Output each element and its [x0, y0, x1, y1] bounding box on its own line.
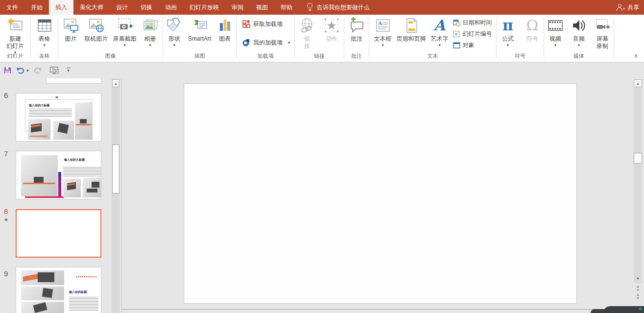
text-box-caret: ▾ [382, 43, 384, 48]
quote-mark: ❛❛ [55, 96, 57, 100]
photo-album-label: 相册 [144, 35, 156, 43]
table-label: 表格 [39, 35, 50, 43]
start-from-beginning-button[interactable] [49, 66, 59, 74]
table-button[interactable]: 表格 ▾ [34, 15, 55, 48]
my-addins-button[interactable]: 我的加载项 ▾ [240, 37, 294, 48]
customize-qat-button[interactable]: ▾ [67, 68, 71, 73]
group-title-links: 链接 [295, 52, 344, 60]
new-slide-button[interactable]: 新建 幻灯片 ▾ [4, 15, 26, 55]
my-addins-icon [242, 38, 251, 47]
comment-label: 批注 [351, 35, 362, 43]
save-button[interactable] [3, 66, 12, 74]
tab-review[interactable]: 审阅 [225, 0, 250, 15]
slide-8-animation-star-icon: ★ [4, 217, 8, 222]
photo-album-icon [142, 17, 159, 34]
smartart-button[interactable]: SmartArt [186, 15, 213, 43]
tab-transitions[interactable]: 切换 [134, 0, 159, 15]
photo-album-button[interactable]: 相册 ▾ [140, 15, 161, 48]
wordart-button[interactable]: A 艺术字 ▾ [429, 15, 451, 48]
canvas-scrollbar-track[interactable] [634, 87, 642, 283]
thumbnail-scrollbar-thumb[interactable] [112, 144, 119, 193]
wordart-icon: A [431, 17, 449, 34]
quick-access-toolbar: ▾ ▾ [0, 62, 644, 78]
svg-text:A: A [378, 20, 382, 26]
date-time-button[interactable]: 日期和时间 [452, 18, 494, 28]
thumbnail-scrollbar[interactable]: ▲ [112, 78, 120, 313]
tab-file[interactable]: 文件 [0, 0, 24, 15]
canvas-scroll-up-button[interactable]: ▲ [634, 79, 642, 87]
object-label: 对象 [463, 41, 475, 49]
tab-animations[interactable]: 动画 [159, 0, 183, 15]
equation-label: 公式 [502, 35, 514, 43]
action-label: 动作 [326, 35, 337, 43]
chart-button[interactable]: 图表 [214, 15, 236, 43]
tab-home[interactable]: 开始 [24, 0, 49, 15]
smartart-label: SmartArt [188, 35, 211, 43]
slide-8-canvas[interactable] [184, 83, 577, 304]
shapes-button[interactable]: 形状 ▾ [164, 15, 185, 48]
get-addins-button[interactable]: 获取加载项 [240, 19, 294, 29]
slide-9-number: 9 [4, 269, 8, 278]
canvas-scrollbar[interactable]: ▲ ▼ ▲▲ ▼▼ [633, 78, 644, 313]
video-button[interactable]: 视频 ▾ [545, 15, 566, 48]
thumbnail-slide-8-selected[interactable] [16, 209, 101, 258]
wordart-label: 艺术字 [431, 35, 449, 43]
slide-number-button[interactable]: # 幻灯片编号 [452, 29, 494, 39]
canvas-scroll-down-button[interactable]: ▼ [634, 275, 642, 282]
share-label: 共享 [627, 3, 639, 12]
tab-insert[interactable]: 插入 [49, 0, 73, 15]
tab-slideshow[interactable]: 幻灯片放映 [183, 0, 225, 15]
collapse-ribbon-button[interactable]: ∧ [634, 53, 638, 59]
thumbnail-slide-9[interactable]: · · · · · · 输入你的标题 [16, 267, 101, 313]
object-icon [453, 42, 460, 49]
thumbnail-slide-7[interactable]: 输入你的大标题 · · · · · · · · [16, 151, 101, 199]
equation-icon: π [499, 17, 517, 34]
audio-button[interactable]: 音频 ▾ [568, 15, 590, 48]
screen-recording-button[interactable]: 屏幕 录制 [592, 15, 613, 50]
get-addins-label: 获取加载项 [253, 20, 283, 28]
symbol-button: Ω 符号 [522, 15, 543, 43]
slide-9-title: 输入你的标题 [69, 290, 87, 294]
title-bar: 文件 开始 插入 美化大师 设计 切换 动画 幻灯片放映 审阅 视图 帮助 告诉… [0, 0, 644, 15]
comment-button[interactable]: 批注 [346, 15, 367, 43]
slide-7-title: 输入你的大标题 [64, 158, 85, 162]
header-footer-button[interactable]: 页眉和页脚 [395, 15, 428, 43]
screen-recording-label-1: 屏幕 [596, 35, 608, 43]
svg-text:#: # [455, 32, 457, 37]
text-box-button[interactable]: A 文本框 ▾ [372, 15, 394, 48]
audio-icon [570, 17, 588, 34]
thumbnail-slide-5-partial[interactable] [47, 78, 101, 84]
undo-caret[interactable]: ▾ [26, 69, 29, 73]
thumbnail-scroll-up-button[interactable]: ▲ [112, 79, 119, 87]
tab-view[interactable]: 视图 [250, 0, 274, 15]
shapes-caret: ▾ [173, 43, 176, 48]
share-button[interactable]: + 共享 [617, 0, 639, 15]
group-title-images: 图像 [58, 52, 163, 60]
tab-beautify[interactable]: 美化大师 [73, 0, 110, 15]
undo-button[interactable]: ▾ [16, 67, 29, 74]
video-caret: ▾ [554, 43, 557, 48]
date-time-icon [453, 19, 460, 26]
tab-help[interactable]: 帮助 [274, 0, 299, 15]
link-icon [298, 17, 316, 34]
tab-design[interactable]: 设计 [110, 0, 134, 15]
screenshot-button[interactable]: 屏幕截图 ▾ [111, 15, 139, 48]
my-addins-label: 我的加载项 [253, 39, 283, 47]
tell-me-box[interactable]: 告诉我你想要做什么 [307, 0, 370, 15]
object-button[interactable]: 对象 [452, 40, 494, 50]
picture-button[interactable]: 图片 [60, 15, 82, 43]
shapes-icon [166, 17, 183, 34]
thumbnail-slide-6[interactable]: ❛❛ · · · · · · 输入你的大标题 [16, 93, 101, 142]
smartart-icon [191, 17, 209, 34]
next-slide-button[interactable]: ▼▼ [634, 294, 642, 301]
text-box-label: 文本框 [374, 35, 392, 43]
equation-button[interactable]: π 公式 ▾ [497, 15, 519, 48]
date-time-label: 日期和时间 [463, 19, 492, 27]
previous-slide-button[interactable]: ▲▲ [634, 285, 642, 292]
online-pictures-button[interactable]: 联机图片 [83, 15, 110, 43]
canvas-scrollbar-thumb[interactable] [634, 153, 642, 164]
new-slide-label-1: 新建 [9, 35, 21, 43]
slide-6-number: 6 [4, 91, 8, 99]
undo-icon [16, 67, 25, 74]
link-label-1: 链 [304, 35, 310, 43]
